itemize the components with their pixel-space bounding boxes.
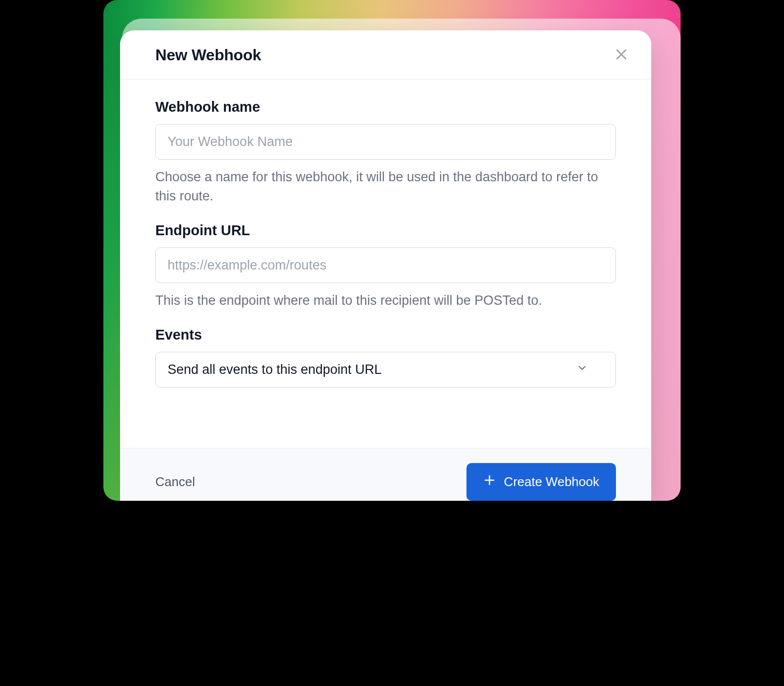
cancel-button-label: Cancel — [155, 474, 195, 489]
modal-title: New Webhook — [155, 46, 261, 64]
webhook-name-input[interactable] — [155, 124, 616, 160]
modal-footer: Cancel Create Webhook — [120, 448, 651, 501]
plus-icon — [483, 474, 496, 490]
webhook-name-help: Choose a name for this webhook, it will … — [155, 168, 616, 206]
app-background: New Webhook Webhook name Choose a name f… — [103, 0, 681, 501]
create-webhook-button[interactable]: Create Webhook — [466, 463, 616, 501]
webhook-name-field: Webhook name Choose a name for this webh… — [155, 99, 616, 206]
modal-header: New Webhook — [120, 30, 651, 79]
cancel-button[interactable]: Cancel — [155, 467, 195, 496]
endpoint-url-field: Endpoint URL This is the endpoint where … — [155, 222, 616, 310]
endpoint-url-help: This is the endpoint where mail to this … — [155, 291, 616, 310]
chevron-down-icon — [576, 362, 588, 377]
new-webhook-modal: New Webhook Webhook name Choose a name f… — [120, 30, 651, 501]
close-icon — [614, 47, 629, 63]
create-webhook-button-label: Create Webhook — [504, 474, 599, 490]
endpoint-url-label: Endpoint URL — [155, 222, 616, 239]
modal-body: Webhook name Choose a name for this webh… — [120, 79, 651, 448]
webhook-name-label: Webhook name — [155, 99, 616, 115]
endpoint-url-input[interactable] — [155, 247, 616, 283]
events-selected-value: Send all events to this endpoint URL — [168, 362, 382, 377]
events-label: Events — [155, 327, 616, 343]
events-select[interactable]: Send all events to this endpoint URL — [155, 352, 616, 388]
close-button[interactable] — [611, 44, 632, 66]
events-field: Events Send all events to this endpoint … — [155, 327, 616, 388]
